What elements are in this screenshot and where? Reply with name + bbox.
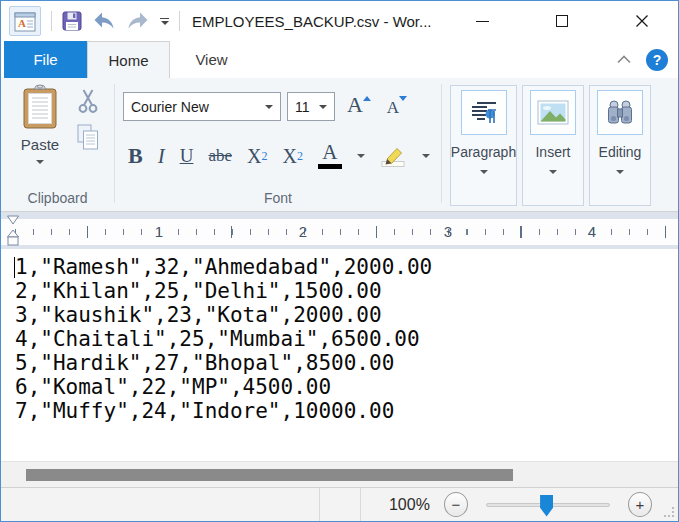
shrink-font-button[interactable]: A <box>381 92 413 121</box>
highlight-color-button[interactable] <box>380 145 407 168</box>
csv-line: 6,"Komal",22,"MP",4500.00 <box>15 375 678 399</box>
zoom-out-button[interactable]: − <box>444 492 468 517</box>
binoculars-find-icon <box>605 99 635 126</box>
ribbon-home: Paste Clipboard <box>1 78 678 212</box>
bold-button[interactable]: B <box>128 143 143 169</box>
clipboard-group: Paste Clipboard <box>1 78 114 211</box>
help-icon: ? <box>646 49 668 71</box>
help-button[interactable]: ? <box>646 49 668 71</box>
save-icon <box>62 11 82 31</box>
zoom-slider-thumb[interactable] <box>540 495 553 517</box>
wordpad-logo-icon: A <box>13 9 37 33</box>
combo-dropdown-icon <box>319 105 327 109</box>
toolbar-separator <box>179 11 180 31</box>
status-bar: 100% − + <box>1 487 678 521</box>
horizontal-scrollbar[interactable] <box>1 461 678 487</box>
chevron-down-icon <box>357 154 365 158</box>
chevron-down-icon <box>161 21 169 25</box>
paragraph-button[interactable]: Paragraph <box>451 86 516 205</box>
window-title: EMPLOYEES_BACKUP.csv - Wor... <box>192 13 432 30</box>
cut-scissors-icon <box>77 88 99 114</box>
zoom-level-label: 100% <box>389 496 430 514</box>
document-area[interactable]: 1,"Ramesh",32,"Ahmedabad",2000.00 2,"Khi… <box>1 249 678 461</box>
wordpad-app-icon[interactable]: A <box>9 6 41 36</box>
tab-home[interactable]: Home <box>87 41 170 78</box>
italic-button[interactable]: I <box>158 144 165 169</box>
undo-button[interactable] <box>92 10 116 32</box>
subscript-x: X <box>247 145 261 168</box>
minimize-icon <box>476 21 489 22</box>
superscript-2: 2 <box>297 149 303 164</box>
ruler-mark-3: 3 <box>444 219 452 245</box>
group-separator <box>441 84 442 203</box>
copy-icon <box>76 123 100 151</box>
editing-group: Editing <box>589 85 651 206</box>
text-color-dropdown[interactable] <box>357 154 365 158</box>
wordpad-window: A <box>0 0 679 522</box>
font-group: Courier New 11 A A B I U abe X2 <box>115 78 441 211</box>
close-button[interactable] <box>628 7 656 35</box>
csv-line: 2,"Khilan",25,"Delhi",1500.00 <box>15 279 678 303</box>
tab-file[interactable]: File <box>4 41 87 78</box>
csv-line: 7,"Muffy",24,"Indore",10000.00 <box>15 399 678 423</box>
zoom-slider-track[interactable] <box>486 503 610 507</box>
scrollbar-thumb[interactable] <box>26 469 513 481</box>
status-separator <box>319 488 320 521</box>
cut-button[interactable] <box>73 86 103 116</box>
subscript-2: 2 <box>261 149 267 164</box>
superscript-x: X <box>282 145 296 168</box>
highlight-color-dropdown[interactable] <box>422 154 430 158</box>
tab-bar-right-controls: ? <box>616 41 678 78</box>
redo-icon <box>126 10 150 32</box>
status-separator <box>360 488 361 521</box>
ruler-band: 1 2 3 4 <box>1 219 678 245</box>
underline-button[interactable]: U <box>180 145 194 167</box>
shrink-font-letter: A <box>387 95 399 121</box>
tab-view[interactable]: View <box>170 41 253 78</box>
collapse-ribbon-button[interactable] <box>616 54 632 65</box>
chevron-up-icon <box>616 54 632 65</box>
save-button[interactable] <box>62 11 82 31</box>
csv-line: 4,"Chaitali",25,"Mumbai",6500.00 <box>15 327 678 351</box>
window-controls <box>468 7 678 35</box>
insert-label: Insert <box>535 144 570 160</box>
font-size-value: 11 <box>295 99 310 115</box>
subscript-button[interactable]: X2 <box>247 145 267 168</box>
insert-icon-frame <box>530 90 576 135</box>
superscript-button[interactable]: X2 <box>282 145 302 168</box>
indent-markers-icon[interactable] <box>6 215 20 248</box>
csv-line: 3,"kaushik",23,"Kota",2000.00 <box>15 303 678 327</box>
svg-text:A: A <box>18 17 26 29</box>
customize-quick-access-button[interactable] <box>160 18 169 25</box>
clipboard-group-label: Clipboard <box>1 190 114 206</box>
insert-picture-icon <box>537 100 569 125</box>
redo-button[interactable] <box>126 10 150 32</box>
insert-button[interactable]: Insert <box>523 86 583 205</box>
font-group-label: Font <box>115 190 441 206</box>
paste-label: Paste <box>21 136 59 153</box>
font-size-combobox[interactable]: 11 <box>287 92 335 121</box>
editing-icon-frame <box>597 90 643 135</box>
grow-font-button[interactable]: A <box>343 92 375 121</box>
minimize-button[interactable] <box>468 7 496 35</box>
ruler-mark-1: 1 <box>155 219 163 245</box>
customize-bar-icon <box>160 18 169 19</box>
strikethrough-button[interactable]: abe <box>208 146 232 166</box>
insert-group: Insert <box>522 85 584 206</box>
zoom-in-button[interactable]: + <box>628 492 652 517</box>
font-family-combobox[interactable]: Courier New <box>123 92 281 121</box>
resize-grip[interactable] <box>664 507 674 517</box>
paste-button[interactable]: Paste <box>13 84 67 182</box>
chevron-down-icon <box>549 170 557 174</box>
copy-button[interactable] <box>73 120 103 154</box>
text-color-stack: A <box>318 143 342 169</box>
maximize-button[interactable] <box>548 7 576 35</box>
grow-font-letter: A <box>347 92 363 118</box>
ribbon-tab-bar: File Home View ? <box>1 41 678 78</box>
text-color-button[interactable]: A <box>318 143 342 169</box>
toolbar-separator <box>51 11 52 31</box>
chevron-down-icon <box>480 170 488 174</box>
editing-button[interactable]: Editing <box>590 86 650 205</box>
paragraph-icon <box>469 99 499 127</box>
font-toggle-row: B I U abe X2 X2 A <box>123 134 430 178</box>
